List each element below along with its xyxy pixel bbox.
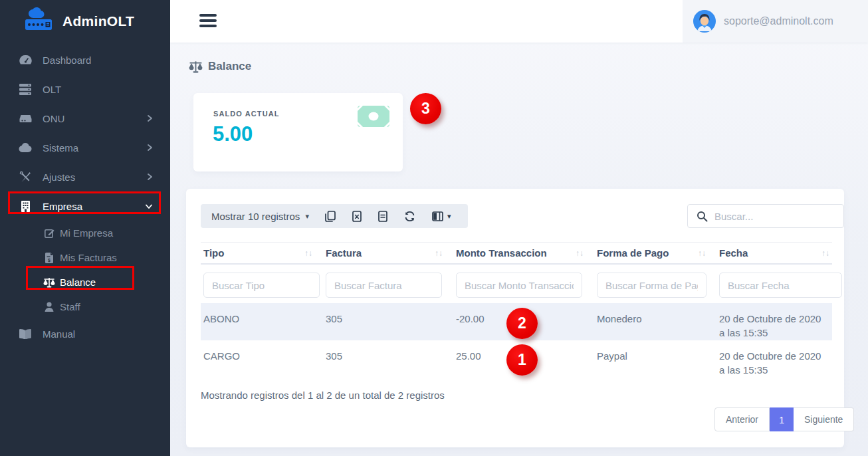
current-page-button[interactable]: 1 <box>770 407 794 431</box>
chevron-right-icon <box>147 173 153 181</box>
records-summary: Mostrando registros del 1 al 2 de un tot… <box>201 390 445 401</box>
page-length-select[interactable]: Mostrar 10 registros ▾ <box>201 211 309 222</box>
server-icon <box>19 84 32 95</box>
column-header-fecha[interactable]: Fecha ↑↓ <box>716 243 832 263</box>
file-icon <box>378 211 387 222</box>
pagination: Anterior 1 Siguiente <box>714 407 854 431</box>
copy-button[interactable] <box>325 211 336 222</box>
cell-forma-pago: Monedero <box>594 303 716 340</box>
sort-icon[interactable]: ↑↓ <box>576 249 584 258</box>
filter-input-tipo[interactable] <box>203 273 320 298</box>
sidebar-item-label: Sistema <box>43 142 78 154</box>
sidebar-item-label: Mi Empresa <box>60 227 113 239</box>
sidebar: AdminOLT Dashboard OLT ONU <box>0 0 170 456</box>
sidebar-item-sistema[interactable]: Sistema <box>0 133 170 162</box>
next-page-button[interactable]: Siguiente <box>794 407 854 431</box>
book-icon <box>19 329 32 339</box>
column-header-tipo[interactable]: Tipo ↑↓ <box>201 243 323 263</box>
adminolt-app: AdminOLT Dashboard OLT ONU <box>0 0 868 456</box>
sidebar-item-label: ONU <box>43 113 64 124</box>
column-label: Forma de Pago <box>597 247 669 259</box>
sidebar-item-dashboard[interactable]: Dashboard <box>0 45 170 74</box>
column-label: Factura <box>326 247 362 259</box>
refresh-button[interactable] <box>404 211 415 222</box>
column-visibility-button[interactable]: ▾ <box>432 211 451 221</box>
annotation-badge-3: 3 <box>410 93 441 124</box>
sidebar-item-label: Manual <box>43 328 75 340</box>
sort-icon[interactable]: ↑↓ <box>435 249 443 258</box>
sidebar-item-label: OLT <box>43 84 61 95</box>
device-icon <box>19 114 32 124</box>
global-search <box>687 204 844 228</box>
sidebar-item-label: Ajustes <box>43 171 75 183</box>
sort-icon[interactable]: ↑↓ <box>304 249 312 258</box>
export-file-button[interactable] <box>378 211 387 222</box>
topbar: soporte@adminolt.com <box>170 0 868 43</box>
money-bill-icon <box>358 105 389 128</box>
caret-down-icon: ▾ <box>447 212 451 221</box>
filter-input-monto[interactable] <box>456 273 582 298</box>
chevron-right-icon <box>147 144 153 152</box>
avatar <box>693 10 716 33</box>
edit-icon <box>43 228 56 238</box>
cloud-icon <box>19 143 32 152</box>
chevron-right-icon <box>147 114 153 122</box>
menu-toggle-button[interactable] <box>199 14 217 30</box>
page-length-label: Mostrar 10 registros <box>211 211 300 222</box>
user-menu[interactable]: soporte@adminolt.com <box>683 0 868 43</box>
page-title-text: Balance <box>208 60 251 73</box>
column-header-monto[interactable]: Monto Transaccion ↑↓ <box>453 243 594 263</box>
sidebar-item-ajustes[interactable]: Ajustes <box>0 162 170 191</box>
user-icon <box>43 302 56 312</box>
saldo-label: SALDO ACTUAL <box>213 110 280 118</box>
column-header-factura[interactable]: Factura ↑↓ <box>323 243 453 263</box>
sidebar-item-mi-empresa[interactable]: Mi Empresa <box>0 221 170 245</box>
sidebar-item-olt[interactable]: OLT <box>0 74 170 104</box>
column-label: Fecha <box>719 247 748 259</box>
excel-icon <box>352 211 362 222</box>
copy-icon <box>325 211 336 222</box>
sidebar-item-label: Mis Facturas <box>60 252 117 263</box>
search-input[interactable] <box>714 211 847 222</box>
scale-icon <box>189 60 203 73</box>
sidebar-item-manual[interactable]: Manual <box>0 319 170 348</box>
caret-down-icon: ▾ <box>305 212 309 221</box>
table-header-row: Tipo ↑↓ Factura ↑↓ Monto Transaccion ↑↓ … <box>201 242 832 265</box>
sort-icon[interactable]: ↑↓ <box>698 249 706 258</box>
tools-icon <box>19 171 32 183</box>
filter-input-factura[interactable] <box>326 273 442 298</box>
cell-tipo: ABONO <box>201 303 323 340</box>
adminolt-logo-icon <box>24 7 57 35</box>
annotation-box-balance <box>26 266 134 290</box>
column-header-forma-pago[interactable]: Forma de Pago ↑↓ <box>594 243 716 263</box>
search-icon <box>697 211 708 222</box>
cell-factura: 305 <box>323 303 453 340</box>
export-excel-button[interactable] <box>352 211 362 222</box>
svg-text:$: $ <box>48 257 51 263</box>
column-label: Tipo <box>203 247 224 259</box>
cell-factura: 305 <box>323 340 453 378</box>
columns-icon <box>432 211 443 221</box>
gauge-icon <box>19 55 32 66</box>
user-email: soporte@adminolt.com <box>724 15 833 27</box>
saldo-card: SALDO ACTUAL 5.00 <box>193 93 403 171</box>
table-toolbar: Mostrar 10 registros ▾ ▾ <box>201 204 468 228</box>
annotation-badge-1: 1 <box>506 344 538 376</box>
column-label: Monto Transaccion <box>456 247 547 259</box>
table-filter-row <box>201 273 832 298</box>
invoice-icon: $ <box>43 253 56 263</box>
sidebar-item-label: Staff <box>60 301 80 312</box>
cell-forma-pago: Paypal <box>594 340 716 378</box>
filter-input-forma-pago[interactable] <box>597 273 706 298</box>
filter-input-fecha[interactable] <box>719 273 842 298</box>
previous-page-button[interactable]: Anterior <box>714 407 770 431</box>
sidebar-item-onu[interactable]: ONU <box>0 104 170 133</box>
sidebar-item-staff[interactable]: Staff <box>0 294 170 319</box>
brand-name: AdminOLT <box>62 13 134 29</box>
sidebar-item-label: Dashboard <box>43 55 91 66</box>
brand-logo[interactable]: AdminOLT <box>0 0 170 43</box>
sort-icon[interactable]: ↑↓ <box>821 249 829 258</box>
cell-tipo: CARGO <box>201 340 323 378</box>
page-title: Balance <box>189 60 251 73</box>
refresh-icon <box>404 211 415 222</box>
